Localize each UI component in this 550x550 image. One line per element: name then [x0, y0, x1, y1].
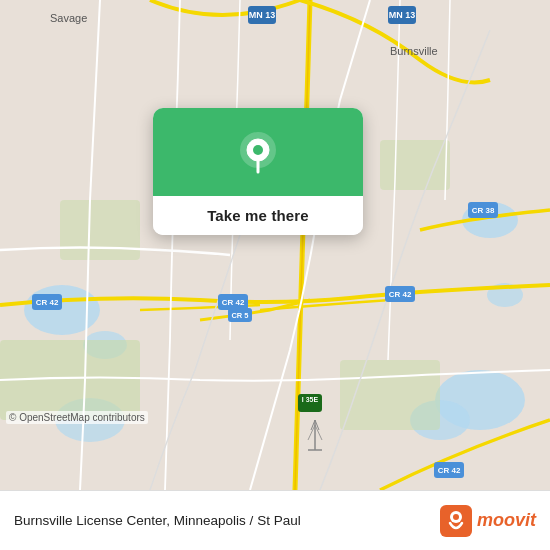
cta-card: Take me there	[153, 108, 363, 235]
bottom-bar: Burnsville License Center, Minneapolis /…	[0, 490, 550, 550]
svg-text:MN 13: MN 13	[389, 10, 416, 20]
svg-text:Savage: Savage	[50, 12, 87, 24]
cta-icon-area	[153, 108, 363, 196]
svg-text:CR 42: CR 42	[36, 298, 59, 307]
osm-attribution: © OpenStreetMap contributors	[6, 411, 148, 424]
moovit-logo: moovit	[440, 505, 536, 537]
location-pin-icon	[234, 130, 282, 178]
svg-point-45	[453, 514, 459, 520]
svg-text:CR 42: CR 42	[222, 298, 245, 307]
svg-text:CR 5: CR 5	[231, 311, 248, 320]
map-container: MN 13 MN 13 CR 42 CR 42 CR 42 CR 38 CR 5…	[0, 0, 550, 490]
location-label: Burnsville License Center, Minneapolis /…	[14, 513, 301, 528]
svg-text:CR 38: CR 38	[472, 206, 495, 215]
svg-text:I 35E: I 35E	[302, 396, 319, 403]
moovit-icon	[440, 505, 472, 537]
svg-text:CR 42: CR 42	[438, 466, 461, 475]
moovit-label: moovit	[477, 510, 536, 531]
take-me-there-button[interactable]: Take me there	[153, 196, 363, 235]
svg-rect-11	[380, 140, 450, 190]
svg-text:Burnsville: Burnsville	[390, 45, 438, 57]
svg-text:MN 13: MN 13	[249, 10, 276, 20]
svg-point-42	[253, 145, 263, 155]
svg-text:CR 42: CR 42	[389, 290, 412, 299]
svg-rect-10	[60, 200, 140, 260]
